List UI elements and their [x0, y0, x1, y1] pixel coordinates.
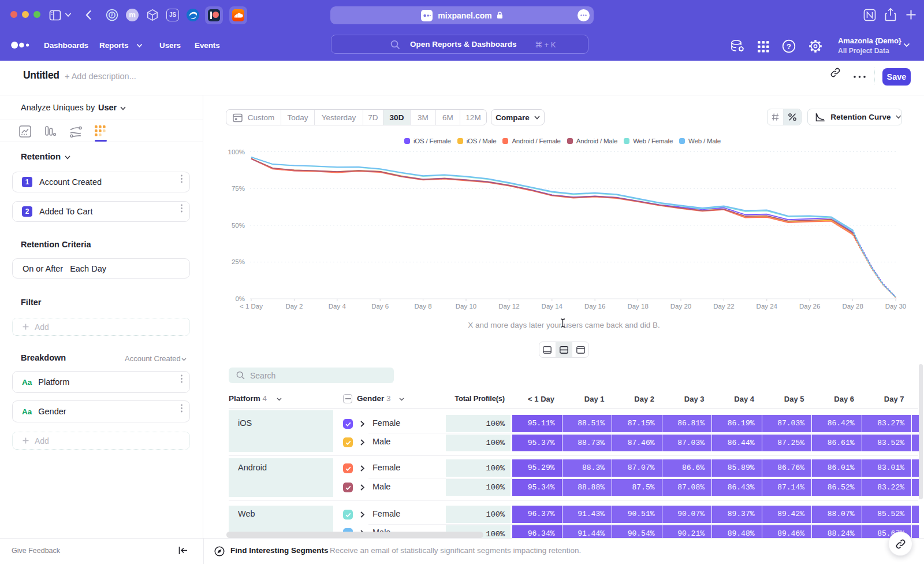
svg-text:Day 2: Day 2 [285, 303, 303, 310]
svg-text:75%: 75% [232, 185, 245, 192]
svg-text:25%: 25% [232, 258, 245, 265]
svg-text:Day 28: Day 28 [842, 303, 863, 310]
svg-text:Day 30: Day 30 [885, 303, 906, 310]
svg-text:Day 26: Day 26 [799, 303, 820, 310]
svg-text:Day 12: Day 12 [498, 303, 519, 310]
svg-text:< 1 Day: < 1 Day [240, 303, 263, 310]
svg-text:Day 4: Day 4 [329, 303, 346, 310]
svg-text:Day 24: Day 24 [757, 303, 778, 310]
svg-text:Day 10: Day 10 [456, 303, 476, 310]
svg-text:Day 14: Day 14 [542, 303, 563, 310]
svg-text:Day 6: Day 6 [371, 303, 389, 310]
svg-text:0%: 0% [235, 295, 245, 302]
svg-text:Day 18: Day 18 [627, 303, 648, 310]
svg-text:Day 8: Day 8 [415, 303, 432, 310]
svg-text:Day 20: Day 20 [670, 303, 691, 310]
svg-text:50%: 50% [232, 222, 245, 229]
svg-text:Day 22: Day 22 [713, 303, 734, 310]
svg-text:Day 16: Day 16 [584, 303, 605, 310]
svg-text:100%: 100% [228, 149, 245, 155]
svg-text:?: ? [787, 42, 791, 51]
